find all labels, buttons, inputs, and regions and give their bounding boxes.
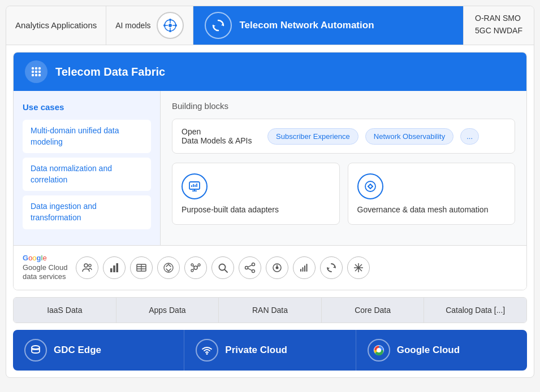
google-cloud-row: Google Google Cloud data services xyxy=(14,245,526,290)
building-blocks-panel: Building blocks Open Data Models & APIs … xyxy=(161,91,526,245)
fabric-body: Use cases Multi-domain unified data mode… xyxy=(14,91,526,245)
bar-chart-icon xyxy=(108,262,120,274)
cloud-service-icon-5 xyxy=(184,256,207,279)
use-case-item-0[interactable]: Multi-domain unified data modeling xyxy=(23,120,151,153)
svg-point-6 xyxy=(169,19,171,21)
cloud-service-icon-11 xyxy=(347,256,370,279)
svg-point-50 xyxy=(252,269,254,272)
private-cloud-label: Private Cloud xyxy=(225,345,287,356)
svg-point-28 xyxy=(365,181,375,191)
svg-marker-61 xyxy=(327,268,330,270)
svg-point-41 xyxy=(198,264,200,266)
refresh-icon xyxy=(210,18,226,33)
svg-point-7 xyxy=(169,30,171,32)
svg-rect-31 xyxy=(110,268,113,272)
svg-point-49 xyxy=(245,266,248,269)
svg-point-15 xyxy=(32,71,34,73)
svg-line-43 xyxy=(193,265,194,267)
use-cases-panel: Use cases Multi-domain unified data mode… xyxy=(14,91,161,245)
svg-rect-33 xyxy=(116,263,118,272)
svg-point-67 xyxy=(32,346,40,349)
cloud-service-icon-1 xyxy=(76,256,98,279)
use-case-item-1[interactable]: Data normalization and correlation xyxy=(23,158,151,191)
tag-subscriber[interactable]: Subscriber Experience xyxy=(267,128,358,145)
tag-network[interactable]: Network Observability xyxy=(365,128,453,145)
oran-block: O-RAN SMO 5GC NWDAF xyxy=(463,6,534,45)
oran-line1: O-RAN SMO xyxy=(475,12,522,24)
data-source-1: Apps Data xyxy=(116,298,219,323)
svg-point-13 xyxy=(35,67,37,69)
tag-more[interactable]: ... xyxy=(460,128,479,145)
telecom-network-icon xyxy=(205,12,232,39)
transform-icon xyxy=(162,262,175,274)
google-cloud-icon xyxy=(368,339,390,361)
svg-line-45 xyxy=(193,268,194,269)
open-data-line1: Open xyxy=(182,127,261,136)
people-icon xyxy=(81,262,93,274)
svg-point-18 xyxy=(32,74,34,76)
bottom-row: GDC Edge Private Cloud xyxy=(13,330,527,371)
oran-line2: 5GC NWDAF xyxy=(475,24,522,37)
wifi-icon xyxy=(201,344,213,356)
cloud-service-icon-4 xyxy=(157,256,180,279)
adapter-card-2: Governance & data mesh automation xyxy=(348,163,516,225)
data-adapters-icon xyxy=(182,173,208,199)
cloud-icons-row xyxy=(76,256,518,279)
top-row: Analytics Applications AI models xyxy=(6,6,534,45)
main-container: Analytics Applications AI models xyxy=(6,6,534,378)
cloud-service-icon-9 xyxy=(293,256,316,279)
svg-point-66 xyxy=(357,267,360,269)
adapters-row: Purpose-built data adapters Governance &… xyxy=(172,163,515,225)
fabric-title: Telecom Data Fabric xyxy=(55,66,165,79)
signal-icon xyxy=(298,262,310,274)
data-source-3: Core Data xyxy=(322,298,425,323)
svg-line-51 xyxy=(248,265,252,267)
svg-point-30 xyxy=(88,264,90,267)
bottom-item-private: Private Cloud xyxy=(184,330,356,371)
cloud-service-icon-8 xyxy=(266,256,288,279)
ai-models-label: AI models xyxy=(115,21,150,30)
sync-icon xyxy=(325,262,338,274)
svg-point-20 xyxy=(38,74,41,76)
adapter-label-2: Governance & data mesh automation xyxy=(357,205,506,214)
use-case-item-2[interactable]: Data ingestion and transformation xyxy=(23,195,151,229)
svg-point-9 xyxy=(175,24,177,27)
data-sources-row: IaaS Data Apps Data RAN Data Core Data C… xyxy=(13,297,527,323)
open-data-label: Open Data Models & APIs xyxy=(182,127,261,145)
svg-point-12 xyxy=(32,67,34,69)
svg-point-40 xyxy=(191,264,193,266)
data-source-4: Catalog Data [...] xyxy=(424,298,526,323)
data-services-label: data services xyxy=(23,272,66,281)
use-cases-title: Use cases xyxy=(23,102,151,112)
adapter-card-1: Purpose-built data adapters xyxy=(172,163,340,225)
telecom-network-label: Telecom Network Automation xyxy=(240,20,374,31)
database-icon xyxy=(29,344,42,356)
svg-marker-60 xyxy=(333,265,335,268)
governance-icon xyxy=(357,173,383,199)
cloud-service-icon-7 xyxy=(239,256,261,279)
cloud-label: Google Cloud xyxy=(23,263,68,272)
svg-rect-32 xyxy=(113,265,115,272)
svg-point-39 xyxy=(194,266,197,269)
grid-icon xyxy=(29,65,43,79)
svg-point-48 xyxy=(252,263,254,265)
svg-point-1 xyxy=(169,24,172,27)
open-data-row: Open Data Models & APIs Subscriber Exper… xyxy=(172,119,515,154)
google-logo-icon xyxy=(372,343,386,357)
share-icon xyxy=(244,262,256,274)
table-icon xyxy=(135,262,148,274)
google-cloud-text: Google Cloud data services xyxy=(23,263,68,282)
cloud-service-icon-2 xyxy=(103,256,126,279)
cloud-service-icon-3 xyxy=(130,256,153,279)
google-cloud-logo: Google Google Cloud data services xyxy=(23,254,68,282)
google-word: Google xyxy=(23,254,68,262)
bottom-item-gdc: GDC Edge xyxy=(13,330,184,371)
analytics-label: Analytics Applications xyxy=(6,14,106,37)
svg-point-19 xyxy=(35,74,37,76)
ai-icon xyxy=(162,18,178,33)
top-left-section: Analytics Applications AI models xyxy=(6,6,193,45)
ai-models-icon-circle xyxy=(157,12,184,39)
svg-line-44 xyxy=(197,265,198,267)
search-icon xyxy=(217,262,229,274)
gdc-edge-icon xyxy=(24,339,47,361)
